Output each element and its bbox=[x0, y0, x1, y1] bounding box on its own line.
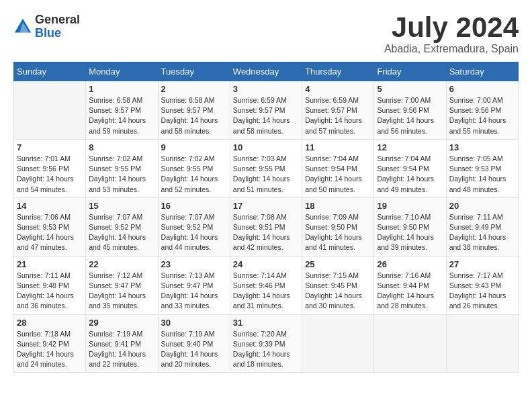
calendar-cell: 2Sunrise: 6:58 AM Sunset: 9:57 PM Daylig… bbox=[158, 81, 230, 140]
day-info: Sunrise: 7:04 AM Sunset: 9:54 PM Dayligh… bbox=[305, 154, 371, 195]
day-info: Sunrise: 7:03 AM Sunset: 9:55 PM Dayligh… bbox=[233, 154, 299, 195]
day-info: Sunrise: 7:00 AM Sunset: 9:56 PM Dayligh… bbox=[449, 95, 515, 136]
day-info: Sunrise: 6:59 AM Sunset: 9:57 PM Dayligh… bbox=[233, 95, 299, 136]
calendar-week-2: 7Sunrise: 7:01 AM Sunset: 9:56 PM Daylig… bbox=[14, 139, 519, 197]
day-header-monday: Monday bbox=[86, 62, 158, 81]
day-info: Sunrise: 7:09 AM Sunset: 9:50 PM Dayligh… bbox=[305, 212, 371, 253]
day-number: 13 bbox=[449, 142, 515, 152]
calendar-cell: 31Sunrise: 7:20 AM Sunset: 9:39 PM Dayli… bbox=[230, 314, 302, 373]
day-number: 23 bbox=[161, 259, 227, 269]
day-info: Sunrise: 7:18 AM Sunset: 9:42 PM Dayligh… bbox=[17, 329, 83, 370]
calendar-week-4: 21Sunrise: 7:11 AM Sunset: 9:48 PM Dayli… bbox=[14, 256, 519, 314]
calendar-cell: 18Sunrise: 7:09 AM Sunset: 9:50 PM Dayli… bbox=[302, 197, 374, 256]
calendar-cell: 1Sunrise: 6:58 AM Sunset: 9:57 PM Daylig… bbox=[86, 81, 158, 140]
day-info: Sunrise: 7:04 AM Sunset: 9:54 PM Dayligh… bbox=[377, 154, 443, 195]
calendar-cell: 25Sunrise: 7:15 AM Sunset: 9:45 PM Dayli… bbox=[302, 256, 374, 314]
logo: General Blue bbox=[13, 13, 80, 40]
calendar-cell: 23Sunrise: 7:13 AM Sunset: 9:47 PM Dayli… bbox=[158, 256, 230, 314]
calendar-header: SundayMondayTuesdayWednesdayThursdayFrid… bbox=[14, 62, 519, 81]
day-info: Sunrise: 7:02 AM Sunset: 9:55 PM Dayligh… bbox=[89, 154, 154, 195]
page-header: General Blue July 2024 Abadia, Extremadu… bbox=[13, 13, 519, 55]
calendar-week-5: 28Sunrise: 7:18 AM Sunset: 9:42 PM Dayli… bbox=[14, 314, 519, 373]
day-number: 15 bbox=[89, 201, 154, 211]
day-number: 27 bbox=[449, 259, 515, 269]
day-header-saturday: Saturday bbox=[446, 62, 518, 81]
calendar-body: 1Sunrise: 6:58 AM Sunset: 9:57 PM Daylig… bbox=[14, 81, 519, 373]
day-header-sunday: Sunday bbox=[14, 62, 86, 81]
day-header-tuesday: Tuesday bbox=[158, 62, 230, 81]
calendar-cell: 13Sunrise: 7:05 AM Sunset: 9:53 PM Dayli… bbox=[446, 139, 518, 197]
day-number: 30 bbox=[161, 318, 227, 328]
day-number: 16 bbox=[161, 201, 227, 211]
day-header-wednesday: Wednesday bbox=[230, 62, 302, 81]
day-info: Sunrise: 7:08 AM Sunset: 9:51 PM Dayligh… bbox=[233, 212, 299, 253]
day-info: Sunrise: 7:06 AM Sunset: 9:53 PM Dayligh… bbox=[17, 212, 83, 253]
month-title: July 2024 bbox=[384, 13, 519, 42]
day-info: Sunrise: 7:14 AM Sunset: 9:46 PM Dayligh… bbox=[233, 271, 299, 312]
calendar-cell: 4Sunrise: 6:59 AM Sunset: 9:57 PM Daylig… bbox=[302, 81, 374, 140]
calendar-cell: 22Sunrise: 7:12 AM Sunset: 9:47 PM Dayli… bbox=[86, 256, 158, 314]
day-info: Sunrise: 7:10 AM Sunset: 9:50 PM Dayligh… bbox=[377, 212, 443, 253]
day-info: Sunrise: 7:15 AM Sunset: 9:45 PM Dayligh… bbox=[305, 271, 371, 312]
day-number: 9 bbox=[161, 142, 227, 152]
calendar-cell: 19Sunrise: 7:10 AM Sunset: 9:50 PM Dayli… bbox=[374, 197, 446, 256]
calendar-cell: 9Sunrise: 7:02 AM Sunset: 9:55 PM Daylig… bbox=[158, 139, 230, 197]
calendar-cell: 26Sunrise: 7:16 AM Sunset: 9:44 PM Dayli… bbox=[374, 256, 446, 314]
calendar-cell: 14Sunrise: 7:06 AM Sunset: 9:53 PM Dayli… bbox=[14, 197, 86, 256]
day-number: 10 bbox=[233, 142, 299, 152]
day-number: 17 bbox=[233, 201, 299, 211]
day-info: Sunrise: 6:58 AM Sunset: 9:57 PM Dayligh… bbox=[161, 95, 227, 136]
day-info: Sunrise: 7:20 AM Sunset: 9:39 PM Dayligh… bbox=[233, 329, 299, 370]
logo-icon bbox=[13, 17, 32, 36]
calendar-cell: 6Sunrise: 7:00 AM Sunset: 9:56 PM Daylig… bbox=[446, 81, 518, 140]
calendar-cell: 11Sunrise: 7:04 AM Sunset: 9:54 PM Dayli… bbox=[302, 139, 374, 197]
day-header-friday: Friday bbox=[374, 62, 446, 81]
day-info: Sunrise: 7:05 AM Sunset: 9:53 PM Dayligh… bbox=[449, 154, 515, 195]
calendar-cell: 16Sunrise: 7:07 AM Sunset: 9:52 PM Dayli… bbox=[158, 197, 230, 256]
day-info: Sunrise: 7:00 AM Sunset: 9:56 PM Dayligh… bbox=[377, 95, 443, 136]
calendar-cell bbox=[302, 314, 374, 373]
day-number: 5 bbox=[377, 84, 443, 94]
day-number: 18 bbox=[305, 201, 371, 211]
day-info: Sunrise: 7:07 AM Sunset: 9:52 PM Dayligh… bbox=[89, 212, 154, 253]
day-number: 4 bbox=[305, 84, 371, 94]
day-number: 6 bbox=[449, 84, 515, 94]
title-block: July 2024 Abadia, Extremadura, Spain bbox=[384, 13, 519, 55]
day-number: 29 bbox=[89, 318, 154, 328]
calendar-cell: 30Sunrise: 7:19 AM Sunset: 9:40 PM Dayli… bbox=[158, 314, 230, 373]
day-number: 19 bbox=[377, 201, 443, 211]
calendar-table: SundayMondayTuesdayWednesdayThursdayFrid… bbox=[13, 62, 519, 373]
day-info: Sunrise: 6:58 AM Sunset: 9:57 PM Dayligh… bbox=[89, 95, 154, 136]
day-number: 31 bbox=[233, 318, 299, 328]
day-number: 2 bbox=[161, 84, 227, 94]
calendar-cell: 28Sunrise: 7:18 AM Sunset: 9:42 PM Dayli… bbox=[14, 314, 86, 373]
calendar-cell: 29Sunrise: 7:19 AM Sunset: 9:41 PM Dayli… bbox=[86, 314, 158, 373]
day-number: 20 bbox=[449, 201, 515, 211]
day-number: 26 bbox=[377, 259, 443, 269]
calendar-cell: 27Sunrise: 7:17 AM Sunset: 9:43 PM Dayli… bbox=[446, 256, 518, 314]
day-number: 22 bbox=[89, 259, 154, 269]
calendar-cell: 21Sunrise: 7:11 AM Sunset: 9:48 PM Dayli… bbox=[14, 256, 86, 314]
logo-general-text: General bbox=[35, 13, 80, 27]
day-info: Sunrise: 7:16 AM Sunset: 9:44 PM Dayligh… bbox=[377, 271, 443, 312]
calendar-cell: 3Sunrise: 6:59 AM Sunset: 9:57 PM Daylig… bbox=[230, 81, 302, 140]
day-number: 24 bbox=[233, 259, 299, 269]
day-header-thursday: Thursday bbox=[302, 62, 374, 81]
day-info: Sunrise: 7:13 AM Sunset: 9:47 PM Dayligh… bbox=[161, 271, 227, 312]
location-title: Abadia, Extremadura, Spain bbox=[384, 43, 519, 55]
day-info: Sunrise: 7:19 AM Sunset: 9:41 PM Dayligh… bbox=[89, 329, 154, 370]
calendar-week-1: 1Sunrise: 6:58 AM Sunset: 9:57 PM Daylig… bbox=[14, 81, 519, 140]
day-number: 14 bbox=[17, 201, 83, 211]
calendar-cell: 8Sunrise: 7:02 AM Sunset: 9:55 PM Daylig… bbox=[86, 139, 158, 197]
day-number: 21 bbox=[17, 259, 83, 269]
day-info: Sunrise: 6:59 AM Sunset: 9:57 PM Dayligh… bbox=[305, 95, 371, 136]
day-info: Sunrise: 7:01 AM Sunset: 9:56 PM Dayligh… bbox=[17, 154, 83, 195]
day-info: Sunrise: 7:07 AM Sunset: 9:52 PM Dayligh… bbox=[161, 212, 227, 253]
calendar-week-3: 14Sunrise: 7:06 AM Sunset: 9:53 PM Dayli… bbox=[14, 197, 519, 256]
day-number: 3 bbox=[233, 84, 299, 94]
day-info: Sunrise: 7:02 AM Sunset: 9:55 PM Dayligh… bbox=[161, 154, 227, 195]
day-info: Sunrise: 7:11 AM Sunset: 9:48 PM Dayligh… bbox=[17, 271, 83, 312]
calendar-cell: 17Sunrise: 7:08 AM Sunset: 9:51 PM Dayli… bbox=[230, 197, 302, 256]
calendar-cell: 5Sunrise: 7:00 AM Sunset: 9:56 PM Daylig… bbox=[374, 81, 446, 140]
day-info: Sunrise: 7:11 AM Sunset: 9:49 PM Dayligh… bbox=[449, 212, 515, 253]
